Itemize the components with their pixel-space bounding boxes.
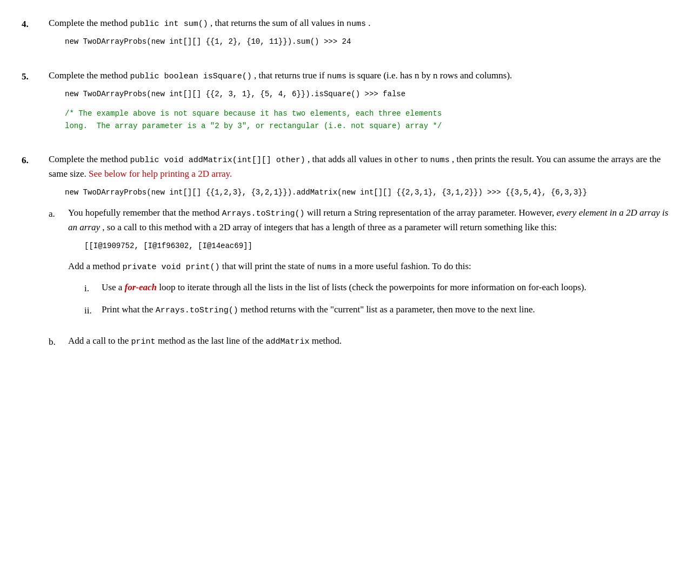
item-6b-text-3: method. — [312, 336, 342, 346]
item-6a-label: a. — [49, 206, 68, 221]
item-6b: b. Add a call to the print method as the… — [49, 334, 678, 353]
item-5-text: Complete the method public boolean isSqu… — [49, 69, 678, 83]
item-6a-text-3: , so a call to this method with a 2D arr… — [102, 222, 557, 232]
item-6: 6. Complete the method public void addMa… — [22, 152, 678, 362]
item-6a-body: You hopefully remember that the method A… — [68, 206, 678, 325]
roman-i-text-2: loop to iterate through all the lists in… — [159, 282, 586, 292]
item-6-code-block: new TwoDArrayProbs(new int[][] {{1,2,3},… — [65, 186, 678, 198]
main-content: 4. Complete the method public int sum() … — [22, 16, 678, 362]
roman-i-label: i. — [84, 280, 102, 296]
roman-list: i. Use a for-each loop to iterate throug… — [68, 280, 678, 318]
item-6b-label: b. — [49, 334, 68, 349]
item-6-text-3: to — [421, 154, 430, 164]
item-6b-code-2: addMatrix — [266, 337, 310, 346]
item-6a-code-block: [[I@1909752, [I@1f96302, [I@14eac69]] — [84, 240, 678, 252]
item-6-text-2: , that adds all values in — [308, 154, 394, 164]
item-4-code-block: new TwoDArrayProbs(new int[][] {{1, 2}, … — [65, 36, 678, 48]
item-4-code-1: public int sum() — [130, 19, 208, 29]
roman-ii-code: Arrays.toString() — [156, 306, 238, 315]
item-6-code-3: nums — [430, 156, 450, 165]
roman-ii-text-2: method returns with the "current" list a… — [241, 304, 535, 315]
item-6b-body: Add a call to the print method as the la… — [68, 334, 678, 353]
roman-i-foreach: for-each — [124, 282, 156, 292]
item-4-text-3: . — [368, 18, 370, 28]
item-6a-after-code-2: nums — [317, 263, 337, 272]
item-6a-after-1: Add a method — [68, 261, 123, 271]
item-6-text: Complete the method public void addMatri… — [49, 152, 678, 181]
item-6-red-text: See below for help printing a 2D array. — [89, 169, 232, 179]
item-6a-after-text: Add a method private void print() that w… — [68, 259, 678, 273]
roman-ii-label: ii. — [84, 303, 102, 318]
item-4-text: Complete the method public int sum() , t… — [49, 16, 678, 30]
item-6a-after-3: in a more useful fashion. To do this: — [339, 261, 471, 271]
item-4: 4. Complete the method public int sum() … — [22, 16, 678, 56]
item-5-body: Complete the method public boolean isSqu… — [49, 69, 678, 140]
item-6a-after-code: private void print() — [123, 263, 220, 272]
roman-i-text-1: Use a — [102, 282, 124, 292]
item-5-code-2: nums — [327, 72, 346, 81]
item-5: 5. Complete the method public boolean is… — [22, 69, 678, 140]
item-6-number: 6. — [22, 152, 49, 168]
item-6a-after-2: that will print the state of — [222, 261, 317, 271]
item-6-body: Complete the method public void addMatri… — [49, 152, 678, 362]
item-5-code-1: public boolean isSquare() — [130, 72, 252, 81]
item-5-text-3: is square (i.e. has n by n rows and colu… — [349, 70, 512, 81]
item-5-code-block: new TwoDArrayProbs(new int[][] {{2, 3, 1… — [65, 88, 678, 100]
item-5-text-1: Complete the method — [49, 70, 130, 81]
item-4-text-2: , that returns the sum of all values in — [210, 18, 346, 28]
item-4-text-1: Complete the method — [49, 18, 130, 28]
roman-item-ii: ii. Print what the Arrays.toString() met… — [84, 303, 678, 318]
item-6-code-2: other — [394, 156, 418, 165]
item-4-body: Complete the method public int sum() , t… — [49, 16, 678, 56]
roman-ii-body: Print what the Arrays.toString() method … — [102, 303, 678, 317]
item-6a-code-1: Arrays.toString() — [222, 209, 304, 218]
item-6-code-1: public void addMatrix(int[][] other) — [130, 156, 305, 165]
item-6b-text: Add a call to the print method as the la… — [68, 334, 678, 348]
item-4-number: 4. — [22, 16, 49, 31]
item-6b-text-2: method as the last line of the — [158, 336, 266, 346]
item-6a: a. You hopefully remember that the metho… — [49, 206, 678, 325]
item-6-text-1: Complete the method — [49, 154, 130, 164]
roman-ii-text-1: Print what the — [102, 304, 156, 315]
item-6a-text: You hopefully remember that the method A… — [68, 206, 678, 235]
roman-i-body: Use a for-each loop to iterate through a… — [102, 280, 678, 295]
item-5-comment-block: /* The example above is not square becau… — [65, 108, 678, 132]
item-4-code-2: nums — [346, 19, 366, 29]
roman-item-i: i. Use a for-each loop to iterate throug… — [84, 280, 678, 296]
item-6b-text-1: Add a call to the — [68, 336, 131, 346]
item-6a-text-2: will return a String representation of t… — [307, 208, 557, 218]
item-5-number: 5. — [22, 69, 49, 84]
item-6a-text-1: You hopefully remember that the method — [68, 208, 222, 218]
item-6b-code-1: print — [131, 337, 156, 346]
item-6-sub-list: a. You hopefully remember that the metho… — [49, 206, 678, 353]
item-5-text-2: , that returns true if — [254, 70, 327, 81]
